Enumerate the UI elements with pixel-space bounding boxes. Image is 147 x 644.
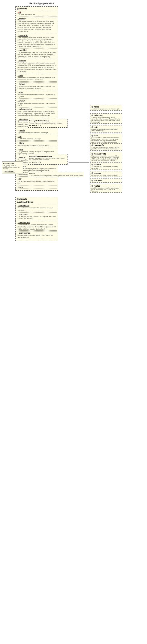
concept-def-group-box: ConceptDefinitionGroup A group of proper…	[28, 119, 68, 128]
confidence-desc: The confidence with which the metadata h…	[18, 207, 56, 211]
concept-narrower-box: narrower	[90, 178, 122, 183]
concept-note-box: note Additional natural language informa…	[90, 125, 122, 132]
relevance-desc: The relevance of the metadata to the pie…	[18, 216, 56, 220]
attributes-header: attribute	[17, 8, 57, 10]
broader-icon	[91, 172, 93, 174]
audiencetype-box: AudienceType The type to cover all quali…	[2, 161, 23, 174]
qty-attr-label: attribute	[19, 198, 27, 200]
concept-sameas-box: sameAs An identifier of a concept with e…	[90, 162, 122, 170]
concept-rel-group-box: ConceptRelationshipsGroup A group of pro…	[28, 154, 68, 164]
attr-significance: ○ significance A group of attributes qua…	[17, 231, 57, 239]
concept-def-group-desc: A group of properties required to define…	[29, 122, 66, 124]
attr-howuri: ○ howuri Indicates which means the value…	[17, 82, 57, 90]
header-icon	[17, 8, 19, 10]
attr-uri: ○ uri A URI which identifies a concept.	[17, 135, 57, 141]
quantity-attributes-box: attribute quantityAttributes ○ confidenc…	[16, 197, 58, 241]
flexproptype-title: FlexPropType	[29, 2, 43, 5]
concept-name-desc: A natural language name for the concept.	[91, 108, 121, 110]
concept-remoteinfo-desc: A link to an item or a web resource whic…	[91, 147, 121, 150]
attr-creatoruri: ○ creatoruri If this property value is n…	[17, 34, 57, 48]
concept-related-box: related A related concept, where the exa…	[90, 184, 122, 193]
audiencetype-desc: The type to cover all qualifiers for an …	[3, 165, 22, 169]
concept-broader-box: broader An identifier of a more generic …	[90, 171, 122, 177]
remoteinfo-icon	[91, 144, 93, 146]
significance-desc: A group of attributes quantifying the co…	[18, 234, 56, 238]
other-ns-label: ##other	[29, 173, 83, 175]
attr-confidence: ○ confidence The confidence with which t…	[17, 204, 57, 212]
attr-creator-name: ○ creator	[18, 18, 56, 20]
concept-definition-box: definition A natural language definition…	[90, 113, 122, 124]
concept-note-desc: Additional natural language information …	[91, 128, 121, 132]
attr-relevance: ○ relevance The relevance of the metadat…	[17, 212, 57, 220]
name-icon	[91, 106, 93, 108]
concept-def-group-label: ConceptDefinitionGroup	[29, 120, 66, 122]
attr-whyuri: ○ whyuri Why the metadata has been inclu…	[17, 99, 57, 107]
narrower-icon	[91, 180, 93, 182]
attr-why: ○ why Why this metadata has been include…	[17, 91, 57, 98]
diagram-container: FlexPropType (extension) attribute ● id …	[0, 0, 147, 644]
concept-related-desc: A related concept, where the exact natur…	[91, 187, 121, 192]
related-icon	[91, 185, 93, 187]
concept-hierarchyinfo-box: hierarchyInfo Represents the position of…	[90, 152, 122, 162]
attr-qcode: ○ qcode A qualified code which identifie…	[17, 129, 57, 134]
concept-sameas-desc: An identifier of a concept with equivale…	[91, 166, 121, 169]
audiencetype-enum: enum ##other	[3, 170, 15, 173]
sameas-icon	[91, 164, 93, 166]
concept-hierarchyinfo-desc: Represents the position of a concept in …	[91, 155, 121, 161]
concept-rel-group-label: ConceptRelationshipsGroup	[29, 155, 66, 157]
concept-remoteinfo-box: remoteInfo A link to an item or a web re…	[90, 143, 122, 151]
facet-icon	[91, 135, 93, 136]
attr-id-desc: The local identifier of the	[18, 14, 56, 16]
attr-id: ● id The local identifier of the	[17, 11, 57, 16]
attr-dir: ○ dir The directionality of textual cont…	[17, 177, 57, 185]
quantity-title: quantityAttributes	[17, 201, 57, 203]
concept-broader-desc: An identifier of a more generic concept.	[91, 174, 121, 176]
definition-icon	[91, 114, 93, 116]
attr-creator-desc: If this property value is not defined, s…	[18, 20, 56, 33]
attr-derivedfrom: ○ derivedfrom A reference to the concept…	[17, 221, 57, 231]
flexproptype-extension: (extension)	[43, 2, 54, 5]
flexproptype-header: FlexPropType (extension)	[28, 2, 55, 5]
other-label: ##other	[18, 186, 24, 188]
attr-custom: ○ custom If set to true the correspondin…	[17, 59, 57, 73]
attr-modified: ○ modified The date (and, optionally, th…	[17, 48, 57, 58]
attr-how: ○ how Indicates which means the value wa…	[17, 74, 57, 82]
attributes-label: attribute	[19, 8, 27, 10]
other-ns-box: ##other 0..∞ Extension point for provide…	[28, 172, 84, 177]
quantity-attr-header: attribute	[17, 198, 57, 200]
concept-rel-group-desc: A group of properties used to indicate r…	[29, 158, 66, 160]
attr-id-name: ● id	[18, 11, 56, 14]
other-item: ##other	[17, 186, 57, 189]
concept-name-box: name A natural language name for the con…	[90, 105, 122, 111]
other-ns-desc: 0..∞ Extension point for provider-define…	[29, 175, 83, 176]
qty-header-icon	[17, 198, 19, 200]
concept-definition-desc: A natural language definition of the sem…	[91, 117, 121, 123]
note-icon	[91, 126, 93, 128]
concept-rel-mult: — ●— ► 0..∞	[29, 161, 66, 163]
hierarchyinfo-icon	[91, 153, 93, 155]
attr-creator: ○ creator If this property value is not …	[17, 17, 57, 33]
attr-literal: ○ literal A free-text value assigned as …	[17, 141, 57, 147]
concept-name-label: name	[91, 106, 121, 108]
audiencetype-label: AudienceType	[3, 162, 22, 164]
attr-pubconstraint: ○ pubconstraint One or more constraints …	[17, 108, 57, 117]
derivedfrom-desc: A reference to the concept from which th…	[18, 224, 56, 230]
concept-def-mult: — ●— ► 0..∞	[29, 124, 66, 126]
